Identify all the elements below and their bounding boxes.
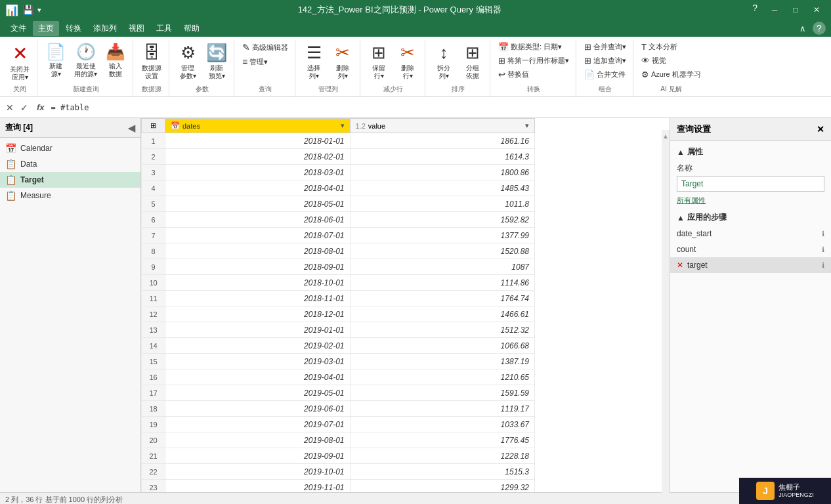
data-type-button[interactable]: 📅 数据类型: 日期▾ — [496, 41, 572, 53]
table-row[interactable]: 15 2019-03-01 1387.19 — [142, 354, 535, 369]
table-row[interactable]: 10 2018-10-01 1114.86 — [142, 275, 535, 291]
help-button[interactable]: ? — [813, 22, 826, 35]
new-source-button[interactable]: 📄 新建源▾ — [43, 41, 69, 80]
close-panel-button[interactable]: ✕ — [817, 124, 824, 135]
query-item-data[interactable]: 📋 Data — [0, 156, 140, 172]
remove-columns-button[interactable]: ✂ 删除列▾ — [330, 41, 356, 82]
value-cell: 1228.18 — [350, 448, 535, 464]
value-filter-dropdown[interactable]: ▾ — [525, 121, 529, 130]
table-row[interactable]: 6 2018-06-01 1592.82 — [142, 212, 535, 228]
help-icon[interactable]: ? — [752, 3, 757, 17]
table-row[interactable]: 23 2019-11-01 1299.32 — [142, 480, 535, 493]
row-num-cell: 22 — [142, 464, 165, 480]
formula-cancel-button[interactable]: ✕ — [4, 102, 16, 114]
table-row[interactable]: 2 2018-02-01 1614.3 — [142, 149, 535, 165]
append-queries-button[interactable]: ⊞ 追加查询▾ — [582, 54, 629, 67]
managecols-group-label: 管理列 — [301, 83, 356, 94]
query-name-input[interactable] — [677, 176, 824, 192]
step-count-label: count — [677, 245, 818, 254]
close-group-label: 关闭 — [7, 83, 33, 94]
split-column-button[interactable]: ↕ 拆分列▾ — [431, 41, 457, 82]
dates-column-header[interactable]: 📅 dates ▾ — [165, 119, 351, 133]
formula-confirm-button[interactable]: ✓ — [18, 102, 30, 114]
manage-params-button[interactable]: ⚙ 管理参数▾ — [175, 41, 201, 82]
merge-queries-label: 合并查询▾ — [593, 42, 626, 52]
value-cell: 1377.99 — [350, 228, 535, 243]
close-apply-button[interactable]: ✕ 关闭并应用▾ — [7, 41, 33, 83]
table-row[interactable]: 4 2018-04-01 1485.43 — [142, 180, 535, 196]
replace-values-button[interactable]: ↩ 替换值 — [496, 68, 572, 81]
pq-icon: 📊 — [5, 4, 18, 16]
value-cell: 1299.32 — [350, 480, 535, 493]
ribbon-collapse-button[interactable]: ∧ — [799, 24, 806, 33]
menu-view[interactable]: 视图 — [123, 21, 150, 36]
statusbar: 2 列，36 行 基于前 1000 行的列分析 — [0, 492, 831, 504]
undo-dropdown-icon[interactable]: ▾ — [37, 6, 41, 14]
minimize-button[interactable]: ─ — [765, 3, 784, 17]
table-row[interactable]: 16 2019-04-01 1210.65 — [142, 369, 535, 385]
table-row[interactable]: 19 2019-07-01 1033.67 — [142, 417, 535, 432]
datasource-settings-button[interactable]: 🗄 数据源设置 — [138, 41, 165, 82]
table-row[interactable]: 8 2018-08-01 1520.88 — [142, 243, 535, 259]
recent-sources-button[interactable]: 🕐 最近使用的源▾ — [72, 41, 100, 80]
refresh-preview-button[interactable]: 🔄 刷新预览▾ — [203, 41, 230, 82]
close-apply-icon: ✕ — [12, 43, 28, 64]
azure-ml-button[interactable]: ⚙ Azure 机器学习 — [639, 68, 704, 81]
table-row[interactable]: 14 2019-02-01 1066.68 — [142, 338, 535, 354]
table-row[interactable]: 17 2019-05-01 1591.59 — [142, 385, 535, 401]
table-row[interactable]: 13 2019-01-01 1512.32 — [142, 322, 535, 338]
formula-input[interactable] — [49, 102, 827, 114]
table-row[interactable]: 7 2018-07-01 1377.99 — [142, 228, 535, 243]
group-by-button[interactable]: ⊞ 分组依据 — [459, 41, 486, 82]
dates-filter-dropdown[interactable]: ▾ — [341, 121, 345, 130]
value-column-header[interactable]: 1.2 value ▾ — [350, 119, 535, 133]
menu-addcolumn[interactable]: 添加列 — [88, 21, 122, 36]
table-row[interactable]: 11 2018-11-01 1764.74 — [142, 291, 535, 306]
manage-button[interactable]: ≡ 管理▾ — [240, 55, 291, 68]
step-target-info[interactable]: ℹ — [822, 261, 824, 270]
menu-file[interactable]: 文件 — [5, 21, 32, 36]
vision-button[interactable]: 👁 视觉 — [639, 54, 704, 67]
use-first-row-button[interactable]: ⊞ 将第一行用作标题▾ — [496, 54, 572, 67]
status-text: 2 列，36 行 基于前 1000 行的列分析 — [5, 495, 123, 504]
table-row[interactable]: 18 2019-06-01 1119.17 — [142, 401, 535, 417]
table-row[interactable]: 22 2019-10-01 1515.3 — [142, 464, 535, 480]
merge-queries-button[interactable]: ⊞ 合并查询▾ — [582, 41, 629, 53]
menu-tools[interactable]: 工具 — [151, 21, 177, 36]
grid-wrapper[interactable]: ⊞ 📅 dates ▾ 1.2 value — [141, 118, 670, 492]
choose-columns-button[interactable]: ☰ 选择列▾ — [301, 41, 327, 82]
value-cell: 1776.45 — [350, 432, 535, 448]
dates-type-icon: 📅 — [171, 121, 180, 130]
menu-transform[interactable]: 转换 — [60, 21, 87, 36]
menu-home[interactable]: 主页 — [33, 21, 59, 36]
table-row[interactable]: 21 2019-09-01 1228.18 — [142, 448, 535, 464]
save-icon[interactable]: 💾 — [22, 5, 33, 15]
close-button[interactable]: ✕ — [807, 3, 826, 17]
all-properties-link[interactable]: 所有属性 — [670, 194, 831, 207]
merge-files-button[interactable]: 📄 合并文件 — [582, 68, 629, 81]
advanced-editor-button[interactable]: ✎ 高级编辑器 — [240, 41, 291, 54]
table-row[interactable]: 12 2018-12-01 1466.61 — [142, 306, 535, 322]
query-item-measure[interactable]: 📋 Measure — [0, 188, 140, 203]
maximize-button[interactable]: □ — [786, 3, 805, 17]
step-date-start[interactable]: date_start ℹ — [670, 226, 831, 242]
keep-rows-button[interactable]: ⊞ 保留行▾ — [366, 41, 392, 82]
sidebar-collapse-button[interactable]: ◀ — [128, 123, 135, 133]
vertical-scrollbar[interactable]: ▲ — [662, 130, 670, 492]
step-count-info[interactable]: ℹ — [822, 245, 824, 254]
step-date-start-info[interactable]: ℹ — [822, 230, 824, 238]
enter-data-button[interactable]: 📥 输入数据 — [102, 41, 129, 80]
step-target[interactable]: ✕ target ℹ — [670, 257, 831, 273]
remove-rows-button[interactable]: ✂ 删除行▾ — [394, 41, 421, 82]
table-row[interactable]: 3 2018-03-01 1800.86 — [142, 165, 535, 180]
table-row[interactable]: 9 2018-09-01 1087 — [142, 259, 535, 275]
table-row[interactable]: 5 2018-05-01 1011.8 — [142, 196, 535, 212]
menu-help[interactable]: 帮助 — [179, 21, 205, 36]
table-row[interactable]: 1 2018-01-01 1861.16 — [142, 133, 535, 149]
step-count[interactable]: count ℹ — [670, 242, 831, 257]
query-item-target[interactable]: 📋 Target — [0, 172, 140, 188]
query-item-calendar[interactable]: 📅 Calendar — [0, 140, 140, 156]
row-num-cell: 7 — [142, 228, 165, 243]
table-row[interactable]: 20 2019-08-01 1776.45 — [142, 432, 535, 448]
text-analytics-button[interactable]: T 文本分析 — [639, 41, 704, 53]
